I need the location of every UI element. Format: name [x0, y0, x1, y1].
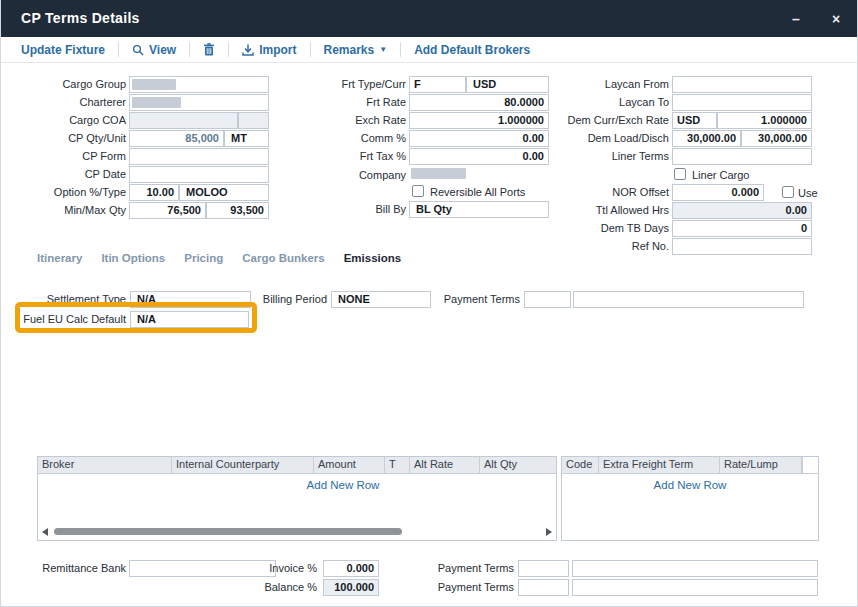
update-fixture-button[interactable]: Update Fixture: [21, 43, 105, 57]
cp-form-field[interactable]: [129, 148, 269, 165]
view-button[interactable]: View: [132, 43, 176, 57]
liner-cargo-checkbox[interactable]: [674, 168, 686, 180]
import-button[interactable]: Import: [242, 43, 296, 57]
payment-terms-2-code-field[interactable]: [518, 579, 569, 596]
redacted-value: [132, 97, 181, 108]
redacted-value: [411, 168, 466, 179]
close-button[interactable]: ×: [825, 8, 847, 30]
tab-itinerary[interactable]: Itinerary: [37, 252, 82, 264]
toolbar: Update Fixture View: [1, 37, 858, 63]
tab-pricing[interactable]: Pricing: [184, 252, 223, 264]
dem-exch-rate-field[interactable]: 1.000000: [717, 112, 812, 129]
comm-pct-label: Comm %: [299, 131, 406, 146]
column-header-code[interactable]: Code: [562, 457, 599, 473]
column-header-amount[interactable]: Amount: [314, 457, 385, 473]
cp-terms-details-dialog: CP Terms Details – × Update Fixture View: [0, 0, 858, 607]
add-new-row-link[interactable]: Add New Row: [38, 479, 556, 491]
ttl-allowed-hrs-label: Ttl Allowed Hrs: [539, 203, 669, 218]
frt-tax-field[interactable]: 0.00: [409, 148, 549, 165]
scroll-right-arrow[interactable]: [546, 528, 552, 536]
frt-tax-label: Frt Tax %: [299, 149, 406, 164]
dialog-title: CP Terms Details: [21, 10, 140, 26]
remarks-button[interactable]: Remarks ▼: [324, 43, 388, 57]
cp-qty-unit-label: CP Qty/Unit: [9, 131, 126, 146]
bill-by-field[interactable]: BL Qty: [409, 201, 549, 218]
charterer-field[interactable]: [129, 94, 269, 111]
frt-type-field[interactable]: F: [409, 76, 466, 93]
toolbar-separator: [118, 42, 119, 57]
add-default-brokers-button[interactable]: Add Default Brokers: [414, 43, 530, 57]
column-header-alt-qty[interactable]: Alt Qty: [480, 457, 556, 473]
payment-terms-1-code-field[interactable]: [518, 560, 569, 577]
column-header-t[interactable]: T: [385, 457, 410, 473]
brokers-table-header: Broker Internal Counterparty Amount T Al…: [38, 457, 556, 474]
laycan-to-field[interactable]: [672, 94, 812, 111]
laycan-from-field[interactable]: [672, 76, 812, 93]
column-header-rate-lump[interactable]: Rate/Lump: [720, 457, 802, 473]
cargo-coa-label: Cargo COA: [9, 113, 126, 128]
fuel-eu-calc-default-field[interactable]: N/A: [130, 311, 249, 328]
dem-curr-field[interactable]: USD: [672, 112, 717, 129]
column-header-alt-rate[interactable]: Alt Rate: [410, 457, 480, 473]
cp-date-field[interactable]: [129, 166, 269, 183]
frt-rate-label: Frt Rate: [299, 95, 406, 110]
trash-icon: [203, 43, 215, 56]
settlement-type-field[interactable]: N/A: [130, 291, 251, 308]
tab-cargo-bunkers[interactable]: Cargo Bunkers: [242, 252, 324, 264]
reversible-all-ports-checkbox[interactable]: [412, 185, 424, 197]
scrollbar-thumb[interactable]: [54, 528, 402, 535]
remarks-label: Remarks: [324, 43, 375, 57]
tab-itin-options[interactable]: Itin Options: [101, 252, 165, 264]
tab-emissions[interactable]: Emissions: [344, 252, 402, 264]
liner-terms-field[interactable]: [672, 148, 812, 165]
nor-offset-use-label: Use: [798, 187, 818, 199]
option-pct-type-label: Option %/Type: [9, 185, 126, 200]
payment-terms-description-field[interactable]: [573, 291, 804, 308]
add-default-brokers-label: Add Default Brokers: [414, 43, 530, 57]
nor-offset-use-checkbox[interactable]: [782, 186, 794, 198]
payment-terms-1-description-field[interactable]: [572, 560, 818, 577]
option-type-field[interactable]: MOLOO: [179, 184, 269, 201]
payment-terms-2-description-field[interactable]: [572, 579, 818, 596]
horizontal-scrollbar[interactable]: [39, 525, 555, 538]
billing-period-field[interactable]: NONE: [331, 291, 431, 308]
column-header-broker[interactable]: Broker: [38, 457, 172, 473]
dem-load-field[interactable]: 30,000.00: [672, 130, 741, 147]
frt-rate-field[interactable]: 80.0000: [409, 94, 549, 111]
min-qty-field[interactable]: 76,500: [129, 202, 206, 219]
cargo-group-field[interactable]: [129, 76, 269, 93]
delete-button[interactable]: [203, 43, 215, 56]
dem-disch-field[interactable]: 30,000.00: [741, 130, 812, 147]
column-header-extra-freight-term[interactable]: Extra Freight Term: [599, 457, 720, 473]
settlement-type-label: Settlement Type: [9, 292, 126, 307]
update-fixture-label: Update Fixture: [21, 43, 105, 57]
company-label: Company: [299, 168, 406, 183]
exch-rate-field[interactable]: 1.000000: [409, 112, 549, 129]
reversible-all-ports-label: Reversible All Ports: [430, 186, 525, 198]
ttl-allowed-hrs-field: 0.00: [672, 202, 812, 219]
dem-tb-days-field[interactable]: 0: [672, 220, 812, 237]
download-icon: [242, 44, 254, 56]
caret-down-icon: ▼: [379, 45, 387, 55]
cp-qty-field[interactable]: 85,000: [129, 130, 224, 147]
toolbar-separator: [400, 42, 401, 57]
option-pct-field[interactable]: 10.00: [129, 184, 179, 201]
comm-pct-field[interactable]: 0.00: [409, 130, 549, 147]
search-icon: [132, 44, 144, 56]
scrollbar-track[interactable]: [48, 525, 546, 538]
invoice-pct-field[interactable]: 0.000: [323, 560, 379, 577]
max-qty-field[interactable]: 93,500: [206, 202, 269, 219]
cp-unit-field[interactable]: MT: [224, 130, 269, 147]
payment-terms-label: Payment Terms: [422, 580, 514, 595]
column-header-internal-counterparty[interactable]: Internal Counterparty: [172, 457, 314, 473]
minimize-button[interactable]: –: [785, 8, 807, 30]
redacted-value: [132, 79, 176, 90]
tab-bar: Itinerary Itin Options Pricing Cargo Bun…: [37, 252, 401, 264]
header-filler: [802, 457, 818, 473]
frt-curr-field[interactable]: USD: [466, 76, 549, 93]
ref-no-field[interactable]: [672, 238, 812, 255]
payment-terms-code-field[interactable]: [524, 291, 571, 308]
add-new-row-link[interactable]: Add New Row: [562, 479, 818, 491]
nor-offset-label: NOR Offset: [539, 185, 669, 200]
nor-offset-field[interactable]: 0.000: [672, 184, 764, 201]
